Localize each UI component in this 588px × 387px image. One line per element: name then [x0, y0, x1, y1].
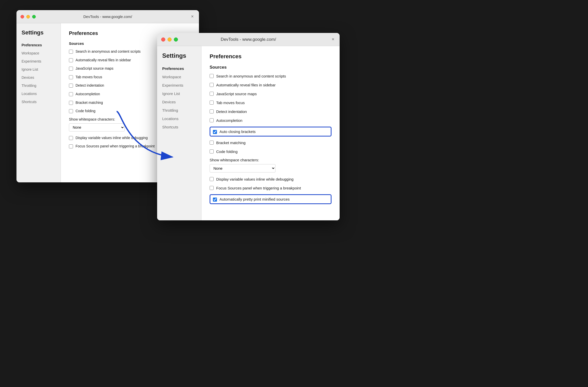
checkbox-reveal-files-2[interactable] — [210, 83, 214, 87]
sidebar-item-locations-1[interactable]: Locations — [16, 90, 61, 98]
sidebar-item-throttling-2[interactable]: Throttling — [157, 106, 201, 114]
settings-body-2: Settings Preferences Workspace Experimen… — [157, 46, 340, 220]
checkbox-label: Autocompletion — [76, 92, 100, 97]
checkbox-label: Search in anonymous and content scripts — [216, 73, 286, 79]
section-title-2: Preferences — [210, 53, 332, 60]
title-bar-1: DevTools - www.google.com/ × — [16, 10, 199, 23]
checkbox-item: Bracket matching — [210, 140, 332, 145]
checkbox-item: Autocompletion — [210, 118, 332, 123]
checkbox-anonymous-scripts-1[interactable] — [69, 50, 73, 54]
sidebar-item-preferences-2[interactable]: Preferences — [157, 64, 201, 73]
settings-close-1[interactable]: × — [190, 14, 195, 19]
checkbox-reveal-files-1[interactable] — [69, 58, 73, 62]
checkbox-item: Tab moves focus — [210, 100, 332, 105]
whitespace-select-row-2: Show whitespace characters: None All Tra… — [210, 158, 332, 172]
sidebar-item-shortcuts-2[interactable]: Shortcuts — [157, 123, 201, 131]
devtools-window-2: DevTools - www.google.com/ × Settings Pr… — [157, 33, 340, 220]
checkbox-variable-values-1[interactable] — [69, 136, 73, 140]
checkbox-bracket-matching-1[interactable] — [69, 101, 73, 105]
traffic-lights-1[interactable] — [21, 15, 36, 18]
sidebar-item-workspace-2[interactable]: Workspace — [157, 73, 201, 81]
maximize-button-1[interactable] — [32, 15, 36, 18]
checkbox-detect-indent-1[interactable] — [69, 84, 73, 88]
minimize-button-1[interactable] — [26, 15, 30, 18]
sidebar-item-experiments-1[interactable]: Experiments — [16, 57, 61, 65]
checkbox-label: Bracket matching — [216, 140, 246, 145]
checkbox-label: Detect indentation — [216, 109, 247, 114]
whitespace-select-2[interactable]: None All Trailing — [210, 164, 275, 172]
checkbox-label: Search in anonymous and content scripts — [76, 49, 141, 54]
checkbox-auto-closing-highlighted: Auto closing brackets — [210, 127, 332, 137]
checkbox-label: Autocompletion — [216, 118, 242, 123]
checkbox-label: Focus Sources panel when triggering a br… — [216, 185, 301, 191]
sidebar-2: Settings Preferences Workspace Experimen… — [157, 46, 201, 220]
traffic-lights-2[interactable] — [161, 37, 178, 42]
checkbox-js-source-maps-2[interactable] — [210, 92, 214, 96]
checkbox-bracket-matching-2[interactable] — [210, 141, 214, 145]
checkbox-label: Focus Sources panel when triggering a br… — [76, 144, 155, 149]
checkbox-label: Display variable values inline while deb… — [76, 136, 148, 141]
settings-title-1: Settings — [16, 29, 61, 41]
checkbox-focus-sources-2[interactable] — [210, 186, 214, 190]
checkbox-label: Automatically reveal files in sidebar — [76, 58, 131, 63]
sidebar-item-ignorelist-1[interactable]: Ignore List — [16, 65, 61, 73]
checkbox-label: Code folding — [76, 109, 96, 114]
sidebar-item-throttling-1[interactable]: Throttling — [16, 82, 61, 90]
checkbox-pretty-print-highlighted: Automatically pretty print minified sour… — [210, 194, 332, 204]
checkbox-item: Code folding — [210, 149, 332, 154]
checkbox-item: JavaScript source maps — [210, 91, 332, 96]
minimize-button-2[interactable] — [168, 37, 172, 42]
checkbox-js-source-maps-1[interactable] — [69, 67, 73, 71]
checkbox-item: Focus Sources panel when triggering a br… — [210, 185, 332, 191]
checkbox-label: Tab moves focus — [76, 75, 102, 80]
checkbox-auto-closing-brackets[interactable] — [213, 130, 217, 134]
window-title-1: DevTools - www.google.com/ — [83, 14, 132, 19]
checkbox-tab-focus-2[interactable] — [210, 101, 214, 105]
checkbox-item: Search in anonymous and content scripts — [210, 73, 332, 79]
checkbox-label: Code folding — [216, 149, 237, 154]
sidebar-item-devices-1[interactable]: Devices — [16, 73, 61, 82]
sidebar-item-experiments-2[interactable]: Experiments — [157, 81, 201, 89]
checkbox-label: Display variable values inline while deb… — [216, 177, 293, 182]
close-button-2[interactable] — [161, 37, 165, 42]
sidebar-1: Settings Preferences Workspace Experimen… — [16, 23, 61, 182]
checkbox-tab-focus-1[interactable] — [69, 75, 73, 79]
sidebar-item-shortcuts-1[interactable]: Shortcuts — [16, 98, 61, 106]
checkbox-item: Automatically reveal files in sidebar — [210, 82, 332, 88]
checkbox-detect-indent-2[interactable] — [210, 109, 214, 113]
checkbox-autocompletion-1[interactable] — [69, 92, 73, 96]
maximize-button-2[interactable] — [174, 37, 178, 42]
checkbox-variable-values-2[interactable] — [210, 177, 214, 181]
sidebar-item-workspace-1[interactable]: Workspace — [16, 49, 61, 57]
close-button-1[interactable] — [21, 15, 24, 18]
checkbox-item: Display variable values inline while deb… — [210, 177, 332, 182]
checkbox-label: Automatically reveal files in sidebar — [216, 82, 275, 88]
sidebar-item-preferences-1[interactable]: Preferences — [16, 41, 61, 49]
main-content-2: Preferences Sources Search in anonymous … — [201, 46, 340, 220]
checkbox-pretty-print[interactable] — [213, 198, 217, 202]
settings-title-2: Settings — [157, 52, 201, 64]
pretty-print-label: Automatically pretty print minified sour… — [219, 197, 290, 202]
checkbox-focus-sources-1[interactable] — [69, 144, 73, 148]
checkbox-item: Detect indentation — [210, 109, 332, 114]
sidebar-item-locations-2[interactable]: Locations — [157, 114, 201, 123]
sidebar-item-devices-2[interactable]: Devices — [157, 98, 201, 106]
sidebar-item-ignorelist-2[interactable]: Ignore List — [157, 89, 201, 98]
checkbox-anonymous-scripts-2[interactable] — [210, 74, 214, 78]
sources-subtitle-2: Sources — [210, 65, 332, 70]
checkbox-autocompletion-2[interactable] — [210, 118, 214, 122]
settings-close-2[interactable]: × — [330, 37, 336, 42]
checkbox-code-folding-1[interactable] — [69, 109, 73, 113]
checkbox-code-folding-2[interactable] — [210, 149, 214, 153]
title-bar-2: DevTools - www.google.com/ × — [157, 33, 340, 46]
checkbox-label: JavaScript source maps — [216, 91, 257, 96]
checkbox-label: Tab moves focus — [216, 100, 245, 105]
auto-closing-label: Auto closing brackets — [219, 129, 256, 134]
checkbox-label: Detect indentation — [76, 83, 104, 88]
whitespace-select-1[interactable]: None All Trailing — [69, 123, 125, 131]
window-title-2: DevTools - www.google.com/ — [221, 37, 276, 42]
checkbox-label: JavaScript source maps — [76, 66, 113, 71]
checkbox-label: Bracket matching — [76, 100, 103, 105]
whitespace-label-2: Show whitespace characters: — [210, 158, 332, 162]
